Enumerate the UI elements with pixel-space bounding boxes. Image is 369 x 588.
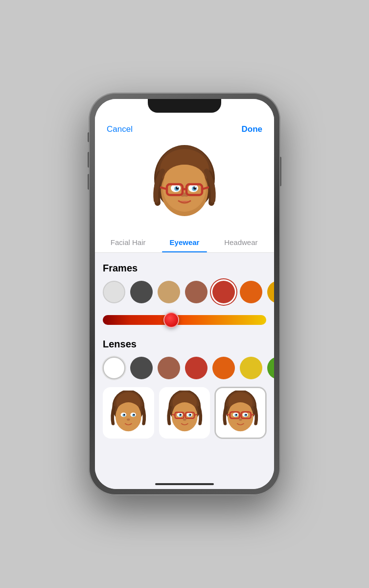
svg-point-38 [173,403,196,419]
swatch-lens-green[interactable] [267,357,274,379]
home-indicator [155,483,214,485]
tab-eyewear[interactable]: Eyewear [156,232,212,252]
notch [148,99,221,113]
svg-point-44 [189,414,191,416]
silent-switch [88,132,89,142]
frames-swatches [103,281,266,303]
swatch-lens-yellow[interactable] [240,357,262,379]
phone-screen: Cancel Done [95,99,274,489]
done-button[interactable]: Done [242,124,263,134]
svg-point-26 [117,403,139,419]
swatch-lens-dark[interactable] [130,357,153,379]
preview-item-1[interactable] [103,387,154,439]
swatch-dark[interactable] [130,281,153,303]
cancel-button[interactable]: Cancel [107,124,133,134]
screen-content: Cancel Done [95,99,274,489]
lenses-swatches [103,357,266,379]
memoji-style-previews [103,387,266,439]
tab-headwear[interactable]: Headwear [213,232,269,252]
lenses-section: Lenses [103,339,266,379]
swatch-tan[interactable] [158,281,180,303]
volume-up-button [88,152,89,168]
frames-title: Frames [103,263,266,274]
svg-point-62 [239,418,242,421]
svg-point-55 [230,403,252,419]
swatch-lens-orange[interactable] [212,357,235,379]
lenses-title: Lenses [103,339,266,350]
svg-point-32 [133,414,135,416]
swatch-lens-clear[interactable] [103,357,125,379]
svg-point-33 [127,418,130,421]
swatch-orange[interactable] [240,281,262,303]
swatch-lens-brown[interactable] [158,357,180,379]
svg-point-31 [123,414,125,416]
swatch-red[interactable] [212,281,235,303]
top-navigation: Cancel Done [95,121,274,139]
phone-frame: Cancel Done [89,93,280,495]
swatch-lens-red[interactable] [185,357,208,379]
svg-point-12 [177,187,178,188]
svg-point-45 [183,418,186,421]
preview-item-2[interactable] [159,387,210,439]
power-button [280,157,281,186]
svg-point-13 [195,187,196,188]
content-area: Frames [95,253,274,489]
swatch-yellow[interactable] [267,281,274,303]
svg-point-60 [236,414,237,416]
avatar-area [95,139,274,232]
frames-slider[interactable] [103,311,266,329]
svg-point-61 [246,414,247,416]
frames-section: Frames [103,263,266,329]
preview-item-3[interactable] [215,387,266,439]
svg-point-43 [180,414,181,416]
category-tabs: Facial Hair Eyewear Headwear [95,232,274,253]
slider-thumb[interactable] [163,312,179,328]
tab-facial-hair[interactable]: Facial Hair [100,232,156,252]
memoji-preview [145,144,224,222]
swatch-white[interactable] [103,281,125,303]
swatch-brown[interactable] [185,281,208,303]
volume-down-button [88,174,89,190]
